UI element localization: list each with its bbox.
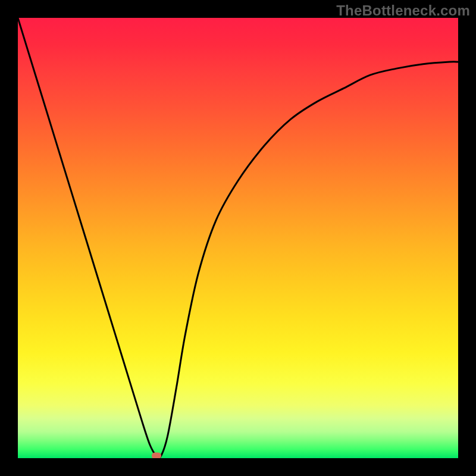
optimum-marker xyxy=(152,453,161,458)
plot-area xyxy=(18,18,458,458)
bottleneck-curve xyxy=(18,18,458,458)
curve-svg xyxy=(18,18,458,458)
watermark-text: TheBottleneck.com xyxy=(336,2,470,19)
chart-frame: TheBottleneck.com xyxy=(0,0,476,476)
